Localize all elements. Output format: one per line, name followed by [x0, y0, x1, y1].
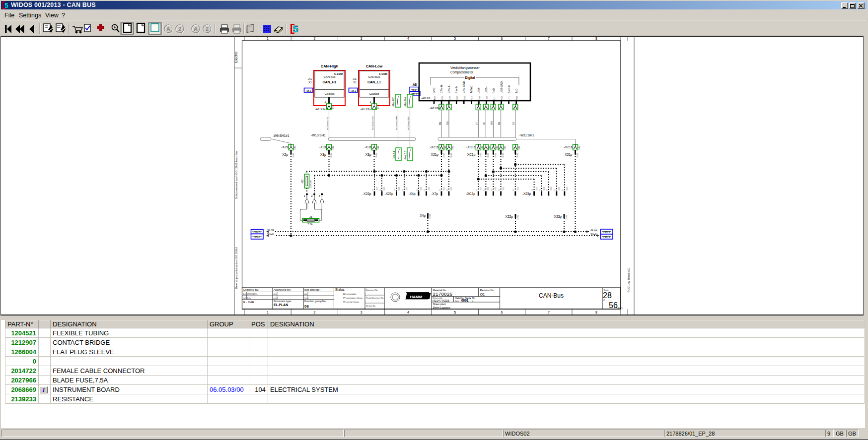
- svg-text:5: 5: [293, 24, 298, 34]
- svg-text:A: A: [166, 26, 170, 32]
- svg-text:2: 2: [206, 26, 209, 32]
- svg-text:5: 5: [4, 1, 8, 9]
- svg-text:A: A: [194, 26, 198, 32]
- svg-text:2: 2: [178, 26, 181, 32]
